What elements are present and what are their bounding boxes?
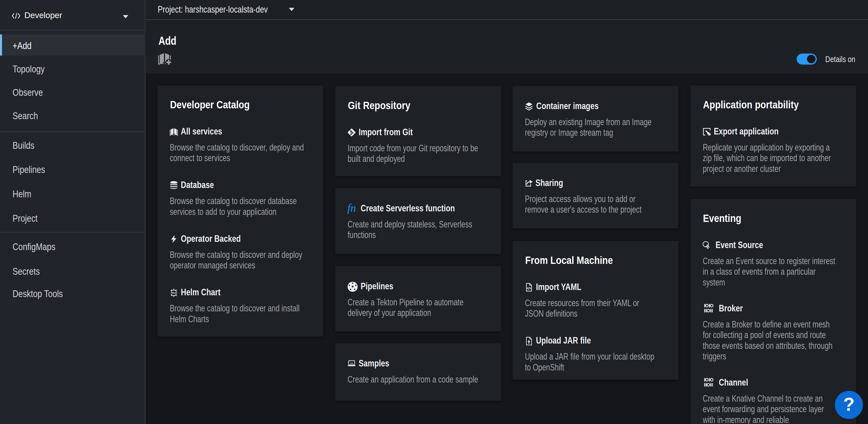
svg-text:HELM: HELM xyxy=(171,291,177,294)
svg-text:fn: fn xyxy=(347,203,356,214)
svg-text:<>: <> xyxy=(350,362,353,364)
